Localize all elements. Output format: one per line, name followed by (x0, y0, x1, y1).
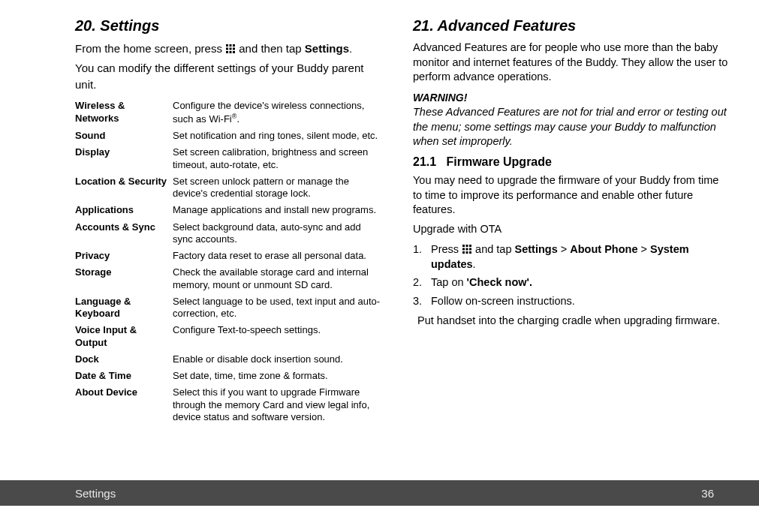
firmware-para-1: You may need to upgrade the firmware of … (413, 173, 728, 218)
svg-rect-3 (226, 48, 228, 50)
setting-term: Privacy (75, 250, 173, 262)
advanced-intro: Advanced Features are for people who use… (413, 41, 728, 85)
svg-rect-2 (233, 44, 235, 47)
svg-rect-17 (469, 251, 471, 254)
table-row: PrivacyFactory data reset to erase all p… (75, 250, 383, 262)
svg-rect-16 (466, 251, 468, 254)
svg-rect-5 (233, 48, 235, 50)
intro-line-2: You can modify the different settings of… (75, 60, 383, 93)
setting-desc: Set screen calibration, brightness and s… (173, 146, 383, 171)
setting-desc: Check the available storage card and int… (173, 266, 383, 291)
svg-rect-10 (466, 245, 468, 247)
text-bold: About Phone (570, 243, 637, 255)
footer-margin (0, 506, 759, 532)
svg-rect-7 (230, 51, 232, 53)
setting-term: Location & Security (75, 176, 173, 200)
svg-rect-13 (466, 248, 468, 250)
table-row: Wireless & NetworksConfigure the device'… (75, 100, 383, 125)
table-row: Date & TimeSet date, time, time zone & f… (75, 370, 383, 382)
subsection-title-text: Firmware Upgrade (446, 155, 551, 168)
text-bold: Settings (305, 42, 349, 55)
setting-desc: Select this if you want to upgrade Firmw… (173, 386, 383, 423)
svg-rect-1 (230, 44, 232, 47)
list-item: Tap on 'Check now'. (413, 275, 728, 290)
text: Press (431, 243, 462, 255)
text: . (473, 258, 476, 270)
apps-grid-icon (226, 44, 235, 53)
text: and then tap (236, 42, 305, 55)
section-21-title: 21. Advanced Features (413, 15, 728, 36)
setting-term: Language & Keyboard (75, 296, 173, 320)
svg-rect-14 (469, 248, 471, 250)
text: Tap on (431, 276, 467, 288)
setting-term: Accounts & Sync (75, 221, 173, 246)
setting-desc: Set date, time, time zone & formats. (173, 370, 383, 382)
setting-term: Storage (75, 266, 173, 291)
firmware-para-2: Upgrade with OTA (413, 222, 728, 237)
svg-rect-15 (462, 251, 465, 254)
svg-rect-4 (230, 48, 232, 50)
setting-term: Voice Input & Output (75, 324, 173, 349)
firmware-note: Put handset into the charging cradle whe… (413, 313, 728, 328)
warning-body: These Advanced Features are not for tria… (413, 105, 728, 149)
intro-line-1: From the home screen, press and then tap… (75, 41, 383, 57)
setting-term: Display (75, 146, 173, 171)
svg-rect-12 (462, 248, 465, 250)
table-row: DockEnable or disable dock insertion sou… (75, 353, 383, 365)
table-row: About DeviceSelect this if you want to u… (75, 386, 383, 423)
footer-page-number: 36 (701, 487, 714, 500)
text-bold: Settings (515, 243, 558, 255)
text: > (558, 243, 571, 255)
text: . (349, 42, 352, 55)
setting-desc: Enable or disable dock insertion sound. (173, 353, 383, 365)
settings-table: Wireless & NetworksConfigure the device'… (75, 100, 383, 423)
footer-chapter: Settings (75, 487, 116, 500)
text: > (637, 243, 650, 255)
subsection-21-1-title: 21.1 Firmware Upgrade (413, 154, 728, 170)
page-content: 20. Settings From the home screen, press… (0, 0, 759, 428)
left-column: 20. Settings From the home screen, press… (75, 15, 383, 428)
table-row: ApplicationsManage applications and inst… (75, 204, 383, 216)
table-row: StorageCheck the available storage card … (75, 266, 383, 291)
table-row: Location & SecuritySet screen unlock pat… (75, 176, 383, 200)
svg-rect-11 (469, 245, 471, 247)
subsection-number: 21.1 (413, 154, 443, 170)
setting-desc: Select background data, auto-sync and ad… (173, 221, 383, 246)
setting-desc: Select language to be used, text input a… (173, 296, 383, 320)
svg-rect-6 (226, 51, 228, 53)
apps-grid-icon (462, 245, 471, 254)
table-row: SoundSet notification and ring tones, si… (75, 130, 383, 142)
svg-rect-0 (226, 44, 228, 47)
section-20-title: 20. Settings (75, 15, 383, 36)
setting-term: Date & Time (75, 370, 173, 382)
setting-term: Dock (75, 353, 173, 365)
table-row: Accounts & SyncSelect background data, a… (75, 221, 383, 246)
table-row: Voice Input & OutputConfigure Text-to-sp… (75, 324, 383, 349)
setting-term: About Device (75, 386, 173, 423)
page-footer: Settings 36 (0, 480, 759, 506)
text: From the home screen, press (75, 42, 225, 55)
text: and tap (472, 243, 514, 255)
svg-rect-8 (233, 51, 235, 53)
setting-term: Wireless & Networks (75, 100, 173, 125)
text-bold: 'Check now'. (467, 276, 532, 288)
setting-desc: Manage applications and install new prog… (173, 204, 383, 216)
setting-term: Applications (75, 204, 173, 216)
right-column: 21. Advanced Features Advanced Features … (413, 15, 728, 428)
table-row: DisplaySet screen calibration, brightnes… (75, 146, 383, 171)
setting-desc: Configure the device's wireless connecti… (173, 100, 383, 125)
table-row: Language & KeyboardSelect language to be… (75, 296, 383, 320)
list-item: Press and tap Settings > About Phone > S… (413, 242, 728, 272)
setting-desc: Set screen unlock pattern or manage the … (173, 176, 383, 200)
ota-steps: Press and tap Settings > About Phone > S… (413, 242, 728, 308)
setting-desc: Factory data reset to erase all personal… (173, 250, 383, 262)
setting-desc: Set notification and ring tones, silent … (173, 130, 383, 142)
setting-term: Sound (75, 130, 173, 142)
svg-rect-9 (462, 245, 465, 247)
list-item: Follow on-screen instructions. (413, 293, 728, 308)
warning-label: WARNING! (413, 91, 728, 106)
setting-desc: Configure Text-to-speech settings. (173, 324, 383, 349)
